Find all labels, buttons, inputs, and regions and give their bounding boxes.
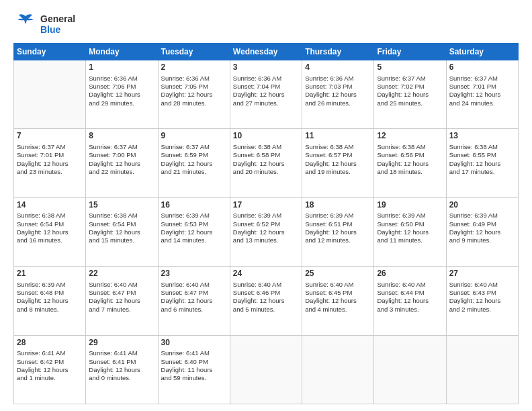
header: General Blue [13,12,519,36]
calendar-day-cell: 26Sunrise: 6:40 AM Sunset: 6:44 PM Dayli… [374,267,446,335]
day-info: Sunrise: 6:38 AM Sunset: 6:58 PM Dayligh… [233,143,285,175]
calendar-week-row: 1Sunrise: 6:36 AM Sunset: 7:06 PM Daylig… [14,60,519,129]
calendar-day-cell: 20Sunrise: 6:39 AM Sunset: 6:49 PM Dayli… [446,197,518,266]
calendar-day-cell: 1Sunrise: 6:36 AM Sunset: 7:06 PM Daylig… [86,60,158,129]
day-number: 2 [161,62,227,73]
day-number: 11 [305,131,371,142]
day-number: 9 [161,131,227,142]
calendar-day-cell: 14Sunrise: 6:38 AM Sunset: 6:54 PM Dayli… [14,197,86,266]
calendar-day-cell: 6Sunrise: 6:37 AM Sunset: 7:01 PM Daylig… [446,60,518,129]
calendar-day-cell: 22Sunrise: 6:40 AM Sunset: 6:47 PM Dayli… [86,267,158,335]
day-number: 22 [89,269,154,279]
day-of-week-cell: Sunday [14,44,86,60]
calendar-week-row: 14Sunrise: 6:38 AM Sunset: 6:54 PM Dayli… [14,197,519,266]
calendar-day-cell: 23Sunrise: 6:40 AM Sunset: 6:47 PM Dayli… [158,267,230,335]
day-of-week-header: SundayMondayTuesdayWednesdayThursdayFrid… [14,44,519,60]
day-number: 26 [377,269,443,279]
day-number: 4 [305,62,371,73]
calendar-day-cell: 28Sunrise: 6:41 AM Sunset: 6:42 PM Dayli… [14,335,86,404]
day-number: 6 [449,62,515,73]
day-number: 20 [449,200,515,211]
day-info: Sunrise: 6:41 AM Sunset: 6:41 PM Dayligh… [89,349,140,381]
calendar-day-cell: 8Sunrise: 6:37 AM Sunset: 7:00 PM Daylig… [86,129,158,197]
calendar-day-cell [446,335,518,404]
calendar-day-cell: 30Sunrise: 6:41 AM Sunset: 6:40 PM Dayli… [158,335,230,404]
day-info: Sunrise: 6:39 AM Sunset: 6:53 PM Dayligh… [161,212,213,244]
calendar-day-cell: 21Sunrise: 6:39 AM Sunset: 6:48 PM Dayli… [14,267,86,335]
day-number: 14 [17,200,83,211]
calendar-day-cell: 3Sunrise: 6:36 AM Sunset: 7:04 PM Daylig… [230,60,302,129]
day-of-week-cell: Saturday [446,44,518,60]
day-number: 7 [17,131,83,142]
day-of-week-cell: Tuesday [158,44,230,60]
calendar-day-cell: 29Sunrise: 6:41 AM Sunset: 6:41 PM Dayli… [86,335,158,404]
calendar-day-cell: 2Sunrise: 6:36 AM Sunset: 7:05 PM Daylig… [158,60,230,129]
day-info: Sunrise: 6:36 AM Sunset: 7:04 PM Dayligh… [233,75,285,107]
day-number: 30 [161,338,227,349]
calendar-day-cell [374,335,446,404]
calendar-week-row: 7Sunrise: 6:37 AM Sunset: 7:01 PM Daylig… [14,129,519,197]
day-info: Sunrise: 6:36 AM Sunset: 7:05 PM Dayligh… [161,75,213,107]
day-number: 10 [233,131,299,142]
day-info: Sunrise: 6:38 AM Sunset: 6:55 PM Dayligh… [449,143,501,175]
day-info: Sunrise: 6:40 AM Sunset: 6:47 PM Dayligh… [89,281,140,313]
calendar-day-cell: 18Sunrise: 6:39 AM Sunset: 6:51 PM Dayli… [302,197,374,266]
calendar-day-cell: 5Sunrise: 6:37 AM Sunset: 7:02 PM Daylig… [374,60,446,129]
day-number: 25 [305,269,371,279]
calendar-day-cell: 25Sunrise: 6:40 AM Sunset: 6:45 PM Dayli… [302,267,374,335]
calendar-day-cell: 9Sunrise: 6:37 AM Sunset: 6:59 PM Daylig… [158,129,230,197]
day-number: 23 [161,269,227,279]
day-number: 19 [377,200,443,211]
day-info: Sunrise: 6:37 AM Sunset: 6:59 PM Dayligh… [161,143,213,175]
day-of-week-cell: Monday [86,44,158,60]
day-number: 12 [377,131,443,142]
calendar-day-cell: 4Sunrise: 6:36 AM Sunset: 7:03 PM Daylig… [302,60,374,129]
day-number: 5 [377,62,443,73]
day-number: 1 [89,62,154,73]
day-info: Sunrise: 6:38 AM Sunset: 6:57 PM Dayligh… [305,143,357,175]
day-info: Sunrise: 6:41 AM Sunset: 6:42 PM Dayligh… [17,349,69,381]
day-info: Sunrise: 6:39 AM Sunset: 6:51 PM Dayligh… [305,212,357,244]
calendar-day-cell: 15Sunrise: 6:38 AM Sunset: 6:54 PM Dayli… [86,197,158,266]
day-info: Sunrise: 6:39 AM Sunset: 6:48 PM Dayligh… [17,281,69,313]
calendar-week-row: 28Sunrise: 6:41 AM Sunset: 6:42 PM Dayli… [14,335,519,404]
day-number: 28 [17,338,83,349]
calendar-day-cell: 11Sunrise: 6:38 AM Sunset: 6:57 PM Dayli… [302,129,374,197]
day-of-week-cell: Thursday [302,44,374,60]
day-number: 27 [449,269,515,279]
calendar-day-cell: 16Sunrise: 6:39 AM Sunset: 6:53 PM Dayli… [158,197,230,266]
day-info: Sunrise: 6:39 AM Sunset: 6:52 PM Dayligh… [233,212,285,244]
day-number: 15 [89,200,154,211]
calendar-day-cell: 12Sunrise: 6:38 AM Sunset: 6:56 PM Dayli… [374,129,446,197]
day-number: 8 [89,131,154,142]
calendar-day-cell: 24Sunrise: 6:40 AM Sunset: 6:46 PM Dayli… [230,267,302,335]
calendar-week-row: 21Sunrise: 6:39 AM Sunset: 6:48 PM Dayli… [14,267,519,335]
day-number: 24 [233,269,299,279]
day-number: 16 [161,200,227,211]
calendar-day-cell: 19Sunrise: 6:39 AM Sunset: 6:50 PM Dayli… [374,197,446,266]
day-number: 17 [233,200,299,211]
day-info: Sunrise: 6:40 AM Sunset: 6:47 PM Dayligh… [161,281,213,313]
day-number: 29 [89,338,154,349]
day-info: Sunrise: 6:40 AM Sunset: 6:43 PM Dayligh… [449,281,501,313]
day-info: Sunrise: 6:38 AM Sunset: 6:54 PM Dayligh… [89,212,140,244]
day-info: Sunrise: 6:40 AM Sunset: 6:44 PM Dayligh… [377,281,429,313]
page: General Blue SundayMondayTuesdayWednesda… [0,0,532,411]
day-of-week-cell: Wednesday [230,44,302,60]
day-number: 18 [305,200,371,211]
calendar-day-cell [230,335,302,404]
day-info: Sunrise: 6:37 AM Sunset: 7:00 PM Dayligh… [89,143,140,175]
logo-bird-icon [13,12,38,36]
calendar-day-cell: 10Sunrise: 6:38 AM Sunset: 6:58 PM Dayli… [230,129,302,197]
logo-blue-text: Blue [40,24,75,35]
day-info: Sunrise: 6:38 AM Sunset: 6:56 PM Dayligh… [377,143,429,175]
day-info: Sunrise: 6:40 AM Sunset: 6:46 PM Dayligh… [233,281,285,313]
day-number: 21 [17,269,83,279]
calendar-day-cell: 17Sunrise: 6:39 AM Sunset: 6:52 PM Dayli… [230,197,302,266]
calendar-day-cell: 7Sunrise: 6:37 AM Sunset: 7:01 PM Daylig… [14,129,86,197]
day-number: 13 [449,131,515,142]
day-number: 3 [233,62,299,73]
day-info: Sunrise: 6:36 AM Sunset: 7:03 PM Dayligh… [305,75,357,107]
logo-general-text: General [40,13,75,24]
calendar-day-cell: 13Sunrise: 6:38 AM Sunset: 6:55 PM Dayli… [446,129,518,197]
